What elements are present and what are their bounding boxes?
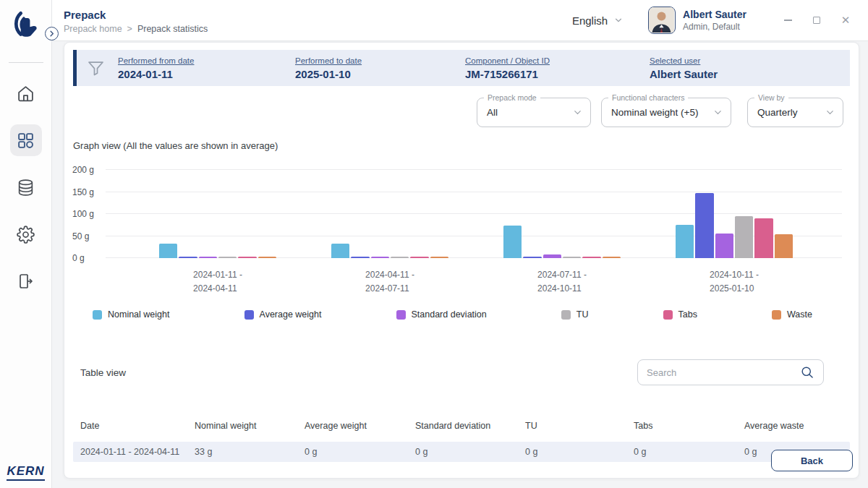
breadcrumb: Prepack home > Prepack statistics: [64, 24, 208, 34]
table-cell: 0 g: [626, 447, 737, 457]
filter-value: 2024-01-11: [118, 68, 295, 80]
maximize-button[interactable]: [807, 11, 826, 30]
bar-average-weight: [351, 257, 369, 258]
y-tick-label: 100 g: [72, 209, 103, 219]
bar-group: [503, 226, 621, 258]
y-tick-label: 150 g: [72, 187, 103, 197]
bar-waste: [430, 257, 448, 258]
filter-banner: Performed from date 2024-01-11 Performed…: [73, 50, 850, 86]
y-tick-label: 0 g: [72, 253, 103, 263]
table-header-cell: Nominal weight: [187, 421, 297, 431]
sidebar-nav: [10, 77, 42, 297]
sidebar-item-logout[interactable]: [10, 265, 42, 297]
legend-swatch: [396, 310, 406, 320]
back-button[interactable]: Back: [771, 450, 853, 471]
select-value: Quarterly: [757, 107, 825, 118]
sidebar-item-home[interactable]: [10, 77, 42, 109]
functional-characters-select[interactable]: Functional characters Nominal weight (+5…: [601, 98, 731, 127]
filter-value: 2025-01-10: [295, 68, 465, 80]
bar-tabs: [410, 257, 428, 258]
filter-performed-from: Performed from date 2024-01-11: [118, 56, 295, 80]
bar-waste: [258, 257, 276, 258]
language-label: English: [572, 14, 608, 27]
bar-average-weight: [523, 257, 541, 258]
maximize-icon: [813, 17, 820, 24]
chevron-down-icon: [825, 107, 835, 118]
legend-item: Standard deviation: [396, 309, 487, 320]
y-tick-label: 200 g: [72, 165, 103, 175]
language-selector[interactable]: English: [572, 14, 624, 27]
chart-title: Graph view (All the values are shown in …: [73, 140, 859, 151]
search-box[interactable]: [637, 359, 824, 385]
bar-waste: [603, 257, 621, 258]
sidebar-item-apps[interactable]: [10, 124, 42, 156]
bar-waste: [775, 234, 793, 258]
bar-average-weight: [695, 193, 713, 258]
table-cell: 0 g: [518, 447, 626, 457]
legend-swatch: [663, 310, 673, 320]
bar-standard-deviation: [371, 257, 389, 258]
filter-selected-user: Selected user Albert Sauter: [650, 56, 850, 80]
select-value: Nominal weight (+5): [611, 107, 712, 118]
gridline: [106, 192, 842, 192]
breadcrumb-home[interactable]: Prepack home: [64, 24, 122, 34]
legend-label: Tabs: [678, 309, 697, 320]
legend-item: Tabs: [663, 309, 697, 320]
chevron-down-icon: [572, 107, 583, 118]
bar-tabs: [238, 257, 256, 258]
chart-legend: Nominal weightAverage weightStandard dev…: [93, 309, 812, 320]
table-cell: 2024-01-11 - 2024-04-11: [73, 447, 187, 457]
bar-tu: [218, 257, 237, 258]
legend-swatch: [244, 310, 254, 320]
table-cell: 0 g: [297, 447, 408, 457]
close-button[interactable]: ✕: [836, 11, 855, 30]
search-icon[interactable]: [800, 365, 814, 380]
x-axis-label: 2024-01-11 -2024-04-11: [159, 268, 276, 295]
legend-label: Waste: [787, 309, 812, 320]
legend-swatch: [561, 310, 571, 320]
filter-component-id: Component / Object ID JM-715266171: [465, 56, 650, 80]
user-role: Admin, Default: [683, 22, 746, 32]
select-label: Functional characters: [608, 93, 688, 102]
bar-nominal-weight: [331, 244, 349, 258]
breadcrumb-separator: >: [127, 24, 132, 34]
select-label: View by: [754, 93, 788, 102]
chevron-right-icon: [48, 30, 56, 38]
bar-tu: [563, 257, 581, 258]
sidebar-item-settings[interactable]: [10, 218, 42, 250]
user-menu[interactable]: Albert Sauter Admin, Default: [648, 7, 746, 34]
filter-label: Performed to date: [295, 56, 465, 65]
window-controls: ✕: [778, 11, 855, 30]
filter-value: Albert Sauter: [650, 68, 850, 80]
legend-swatch: [772, 310, 781, 320]
search-input[interactable]: [647, 367, 800, 378]
bar-chart: 0 g50 g100 g150 g200 g: [106, 170, 842, 258]
filter-value: JM-715266171: [465, 68, 650, 80]
prepack-mode-select[interactable]: Prepack mode All: [477, 98, 591, 127]
minimize-button[interactable]: [778, 11, 797, 30]
bar-standard-deviation: [715, 234, 733, 258]
bar-nominal-weight: [503, 226, 522, 258]
legend-item: TU: [561, 309, 589, 320]
select-value: All: [487, 107, 572, 118]
table-cell: 0 g: [408, 447, 518, 457]
bar-tu: [391, 257, 409, 258]
table-title: Table view: [80, 367, 126, 378]
sidebar: KERN: [0, 0, 52, 488]
bar-nominal-weight: [676, 225, 694, 258]
filter-icon: [73, 59, 118, 78]
legend-item: Waste: [772, 309, 812, 320]
bar-group: [676, 193, 793, 258]
sidebar-item-database[interactable]: [10, 171, 42, 203]
y-tick-label: 50 g: [72, 231, 103, 241]
table-header-row: DateNominal weightAverage weightStandard…: [73, 417, 850, 435]
bar-group: [159, 244, 276, 258]
view-by-select[interactable]: View by Quarterly: [747, 98, 843, 127]
bar-tabs: [754, 218, 773, 258]
legend-item: Nominal weight: [93, 309, 169, 320]
gridline: [106, 169, 842, 170]
sidebar-expand-button[interactable]: [45, 27, 59, 40]
bar-tu: [735, 216, 753, 258]
filter-label: Performed from date: [118, 56, 295, 65]
filter-performed-to: Performed to date 2025-01-10: [295, 56, 465, 80]
